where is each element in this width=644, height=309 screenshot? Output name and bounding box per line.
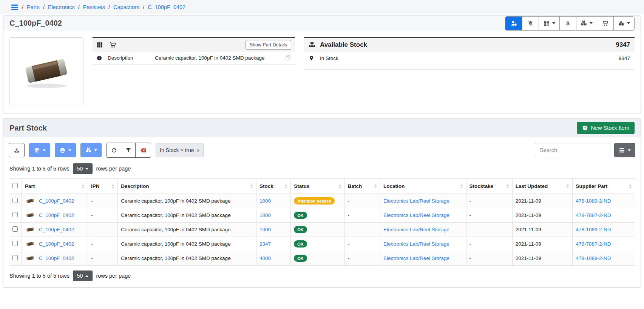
- ipn-cell: -: [88, 251, 118, 266]
- location-link[interactable]: Electronics Lab/Reel Storage: [383, 212, 449, 218]
- description-value: Ceramic capacitor, 100pF in 0402 SMD pac…: [155, 55, 285, 61]
- copy-icon[interactable]: [285, 55, 291, 61]
- filter-button[interactable]: [121, 143, 135, 157]
- table-header-row: PartIPNDescriptionStockStatusBatchLocati…: [9, 179, 635, 194]
- boxes-icon: [85, 147, 91, 153]
- table-row: C_100pF_0402 - Ceramic capacitor, 100pF …: [9, 223, 635, 237]
- barcode-actions-button[interactable]: [29, 143, 50, 157]
- part-link[interactable]: C_100pF_0402: [39, 241, 74, 247]
- select-all-checkbox[interactable]: [12, 183, 18, 188]
- row-checkbox[interactable]: [12, 226, 18, 232]
- row-checkbox[interactable]: [12, 212, 18, 217]
- part-stock-title: Part Stock: [9, 124, 47, 132]
- breadcrumb-separator: /: [108, 4, 110, 10]
- supplier-part-link[interactable]: 478-7887-2-ND: [576, 241, 611, 247]
- stock-link[interactable]: 1000: [259, 227, 271, 232]
- user-roles-button[interactable]: [505, 17, 522, 30]
- column-header-batch[interactable]: Batch: [344, 179, 380, 194]
- batch-cell: -: [344, 251, 380, 266]
- download-icon: [14, 147, 20, 154]
- stock-options-button[interactable]: [80, 143, 102, 157]
- status-badge: Attention needed: [294, 197, 335, 204]
- qr-actions-button[interactable]: [539, 17, 559, 30]
- caret-down-icon: [590, 22, 593, 24]
- part-title-bar: C_100pF_0402 $: [3, 15, 641, 31]
- batch-cell: -: [344, 237, 380, 251]
- column-header-last-updated[interactable]: Last Updated: [512, 179, 573, 194]
- refresh-button[interactable]: [107, 143, 121, 157]
- last-updated-cell: 2021-11-09: [512, 251, 573, 266]
- status-badge: OK: [294, 212, 307, 219]
- description-row: Description Ceramic capacitor, 100pF in …: [93, 52, 295, 65]
- part-image[interactable]: [9, 37, 83, 106]
- stock-link[interactable]: 1000: [259, 198, 271, 204]
- page-size-dropdown[interactable]: 50: [73, 271, 93, 281]
- caret-down-icon: [627, 22, 630, 24]
- column-header-status[interactable]: Status: [291, 179, 344, 194]
- stock-link[interactable]: 4000: [259, 255, 271, 261]
- notifications-off-button[interactable]: [522, 17, 539, 30]
- remove-filter-icon[interactable]: x: [197, 148, 200, 153]
- supplier-part-link[interactable]: 478-1089-2-ND: [576, 255, 611, 261]
- row-checkbox[interactable]: [12, 255, 18, 260]
- breadcrumb-link[interactable]: Passives: [83, 4, 105, 10]
- table-row: C_100pF_0402 - Ceramic capacitor, 100pF …: [9, 237, 635, 251]
- columns-button[interactable]: [614, 143, 635, 157]
- qr-code-icon: [543, 20, 550, 26]
- new-stock-item-button[interactable]: New Stock Item: [577, 122, 635, 134]
- part-link[interactable]: C_100pF_0402: [39, 227, 74, 232]
- purchase-cart-button[interactable]: [597, 17, 613, 30]
- stock-link[interactable]: 2347: [259, 241, 271, 247]
- part-thumbnail[interactable]: [25, 197, 36, 205]
- part-stock-header: Part Stock New Stock Item: [3, 119, 641, 137]
- download-button[interactable]: [9, 143, 25, 157]
- breadcrumb-link[interactable]: C_100pF_0402: [148, 4, 185, 10]
- status-badge: OK: [294, 226, 307, 233]
- toolbar-right: [535, 143, 635, 157]
- location-link[interactable]: Electronics Lab/Reel Storage: [383, 241, 449, 247]
- supplier-part-link[interactable]: 478-1089-2-ND: [576, 198, 611, 204]
- clear-filters-button[interactable]: [135, 143, 151, 157]
- menu-icon[interactable]: [11, 5, 18, 10]
- pagination-top: Showing 1 to 5 of 5 rows 50 rows per pag…: [3, 158, 641, 174]
- stock-actions-button[interactable]: [576, 17, 597, 30]
- column-header-ipn[interactable]: IPN: [88, 179, 118, 194]
- location-link[interactable]: Electronics Lab/Reel Storage: [383, 198, 449, 204]
- pricing-button[interactable]: $: [559, 17, 576, 30]
- column-header-location[interactable]: Location: [380, 179, 466, 194]
- breadcrumb-link[interactable]: Capacitors: [113, 4, 139, 10]
- print-actions-button[interactable]: [55, 143, 76, 157]
- ipn-cell: -: [88, 223, 118, 237]
- supplier-part-link[interactable]: 478-1089-2-ND: [576, 227, 611, 232]
- location-link[interactable]: Electronics Lab/Reel Storage: [383, 255, 449, 261]
- part-link[interactable]: C_100pF_0402: [39, 198, 74, 204]
- part-thumbnail[interactable]: [25, 254, 36, 262]
- part-actions-button[interactable]: [613, 17, 634, 30]
- stock-link[interactable]: 1000: [259, 212, 271, 218]
- description-cell: Ceramic capacitor, 100pF in 0402 SMD pac…: [118, 251, 256, 266]
- part-thumbnail[interactable]: [25, 211, 36, 219]
- breadcrumb-link[interactable]: Electronics: [48, 4, 75, 10]
- search-input[interactable]: [535, 143, 610, 157]
- column-header-stock[interactable]: Stock: [256, 179, 290, 194]
- location-link[interactable]: Electronics Lab/Reel Storage: [383, 227, 449, 232]
- column-header-part[interactable]: Part: [22, 179, 88, 194]
- page-size-dropdown[interactable]: 50: [73, 163, 93, 174]
- column-header-stocktake[interactable]: Stocktake: [466, 179, 512, 194]
- supplier-part-link[interactable]: 478-7887-2-ND: [576, 212, 611, 218]
- ipn-cell: -: [88, 237, 118, 251]
- description-cell: Ceramic capacitor, 100pF in 0402 SMD pac…: [118, 223, 256, 237]
- part-actions-toolbar: $: [505, 16, 635, 31]
- part-link[interactable]: C_100pF_0402: [39, 255, 74, 261]
- part-thumbnail[interactable]: [25, 226, 36, 234]
- column-header-description[interactable]: Description: [118, 179, 256, 194]
- show-part-details-button[interactable]: Show Part Details: [246, 40, 291, 50]
- page-title: C_100pF_0402: [9, 19, 62, 28]
- part-link[interactable]: C_100pF_0402: [39, 212, 74, 218]
- pagination-summary: Showing 1 to 5 of 5 rows: [9, 166, 69, 172]
- column-header-supplier-part[interactable]: Supplier Part: [573, 179, 635, 194]
- row-checkbox[interactable]: [12, 241, 18, 246]
- breadcrumb-link[interactable]: Parts: [27, 4, 40, 10]
- part-thumbnail[interactable]: [25, 240, 36, 248]
- row-checkbox[interactable]: [12, 198, 18, 203]
